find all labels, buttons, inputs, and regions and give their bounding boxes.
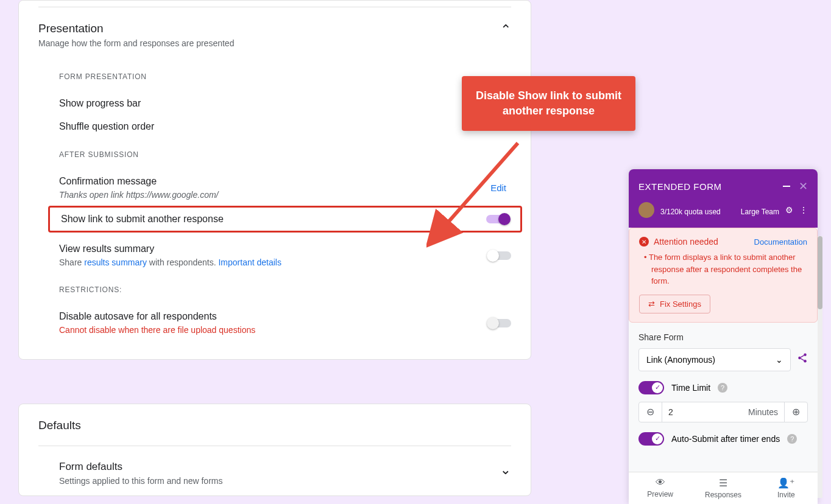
desc-prefix: Share [59, 257, 84, 267]
shuffle-row: Shuffle question order [59, 115, 511, 138]
sidebar-header: EXTENDED FORM ✕ 3/120k quota used Large … [629, 169, 818, 228]
alert-banner: ✕ Attention needed Documentation The for… [629, 228, 818, 323]
eye-icon: 👁 [656, 477, 665, 488]
edit-button[interactable]: Edit [490, 183, 506, 193]
chevron-up-icon[interactable]: ⌃ [500, 22, 511, 38]
autosave-toggle [488, 319, 511, 327]
nav-responses-label: Responses [705, 491, 741, 499]
nav-invite[interactable]: 👤⁺ Invite [755, 472, 818, 504]
error-icon: ✕ [639, 237, 649, 247]
svg-point-2 [798, 357, 801, 360]
time-stepper: ⊖ 2 Minutes ⊕ [638, 402, 808, 422]
time-unit: Minutes [748, 407, 778, 417]
auto-submit-toggle[interactable] [638, 432, 664, 446]
tooltip-text: Disable Show link to submit another resp… [476, 89, 621, 117]
share-icon[interactable] [797, 352, 808, 366]
after-submission-label: AFTER SUBMISSION [59, 150, 511, 159]
nav-preview[interactable]: 👁 Preview [629, 472, 691, 504]
help-icon[interactable]: ? [787, 434, 797, 444]
decrement-button[interactable]: ⊖ [639, 402, 662, 422]
share-section: Share Form Link (Anonymous) ⌄ Time Limit… [629, 323, 818, 455]
svg-point-3 [804, 360, 807, 363]
alert-message: The form displays a link to submit anoth… [651, 251, 807, 287]
show-link-toggle[interactable] [486, 215, 509, 223]
presentation-title: Presentation [38, 22, 234, 35]
chevron-down-icon: ⌄ [776, 355, 783, 365]
presentation-header[interactable]: Presentation Manage how the form and res… [38, 22, 511, 60]
time-limit-row: Time Limit ? [638, 381, 808, 394]
divider [38, 446, 511, 446]
chevron-down-icon[interactable]: ⌃ [500, 461, 511, 477]
increment-button[interactable]: ⊕ [784, 402, 807, 422]
presentation-group: FORM PRESENTATION Show progress bar Shuf… [59, 72, 511, 359]
instruction-tooltip: Disable Show link to submit another resp… [462, 76, 635, 131]
fix-icon: ⇄ [648, 299, 655, 309]
avatar[interactable] [638, 202, 654, 218]
sidebar-nav: 👁 Preview ☰ Responses 👤⁺ Invite [629, 472, 818, 504]
list-icon: ☰ [719, 477, 727, 489]
time-limit-toggle[interactable] [638, 381, 664, 394]
shuffle-label: Shuffle question order [59, 121, 154, 132]
nav-invite-label: Invite [777, 491, 795, 499]
gear-icon[interactable]: ⚙ [785, 205, 793, 215]
form-defaults-title: Form defaults [59, 461, 222, 473]
results-summary-link[interactable]: results summary [84, 257, 147, 267]
autosave-warning: Cannot disable when there are file uploa… [59, 325, 255, 335]
documentation-link[interactable]: Documentation [754, 237, 807, 247]
autosave-title: Disable autosave for all respondents [59, 311, 255, 322]
person-add-icon: 👤⁺ [777, 477, 794, 489]
time-input[interactable]: 2 Minutes [662, 402, 784, 422]
show-link-row: Show link to submit another response [61, 214, 509, 225]
fix-label: Fix Settings [660, 299, 701, 309]
show-progress-label: Show progress bar [59, 98, 141, 109]
help-icon[interactable]: ? [718, 383, 727, 393]
auto-submit-row: Auto-Submit after timer ends ? [638, 432, 808, 446]
fix-settings-button[interactable]: ⇄ Fix Settings [639, 295, 710, 313]
form-presentation-label: FORM PRESENTATION [59, 72, 511, 81]
share-label: Share Form [638, 332, 808, 342]
svg-point-1 [804, 354, 807, 357]
close-icon[interactable]: ✕ [799, 180, 808, 193]
show-progress-row: Show progress bar [59, 92, 511, 115]
confirmation-title: Confirmation message [59, 176, 218, 187]
show-link-label: Show link to submit another response [61, 214, 224, 225]
view-results-toggle[interactable] [488, 251, 511, 260]
minimize-icon[interactable] [783, 186, 790, 187]
plan-text: Large Team [741, 208, 779, 216]
highlighted-setting: Show link to submit another response [48, 206, 522, 233]
important-details-link[interactable]: Important details [218, 257, 281, 267]
extension-sidebar: EXTENDED FORM ✕ 3/120k quota used Large … [629, 169, 818, 504]
sidebar-body[interactable]: ✕ Attention needed Documentation The for… [629, 228, 818, 472]
form-defaults-header[interactable]: Form defaults Settings applied to this f… [59, 461, 511, 489]
confirmation-message: Thanks open link https://www.google.com/ [59, 190, 218, 200]
share-value: Link (Anonymous) [646, 355, 715, 365]
menu-icon[interactable]: ⋮ [799, 205, 808, 215]
settings-card: Presentation Manage how the form and res… [18, 0, 531, 360]
alert-title: Attention needed [654, 237, 718, 247]
desc-mid: with respondents. [147, 257, 219, 267]
restrictions-label: RESTRICTIONS: [59, 285, 511, 294]
view-results-row: View results summary Share results summa… [59, 237, 511, 273]
share-select[interactable]: Link (Anonymous) ⌄ [638, 348, 791, 371]
nav-preview-label: Preview [647, 490, 673, 499]
nav-responses[interactable]: ☰ Responses [691, 472, 754, 504]
defaults-title: Defaults [38, 419, 511, 432]
defaults-card: Defaults Form defaults Settings applied … [18, 404, 531, 496]
form-defaults-sub: Settings applied to this form and new fo… [59, 476, 222, 486]
view-results-title: View results summary [59, 243, 281, 254]
divider [38, 7, 511, 7]
quota-text: 3/120k quota used [660, 208, 721, 216]
sidebar-scrollbar[interactable] [818, 236, 822, 498]
auto-submit-label: Auto-Submit after timer ends [671, 434, 780, 444]
time-value: 2 [668, 407, 673, 417]
autosave-row: Disable autosave for all respondents Can… [59, 305, 511, 359]
presentation-subtitle: Manage how the form and responses are pr… [38, 38, 234, 48]
time-limit-label: Time Limit [671, 383, 710, 393]
confirmation-row: Confirmation message Thanks open link ht… [59, 170, 511, 206]
view-results-desc: Share results summary with respondents. … [59, 257, 281, 267]
sidebar-title: EXTENDED FORM [638, 181, 722, 192]
